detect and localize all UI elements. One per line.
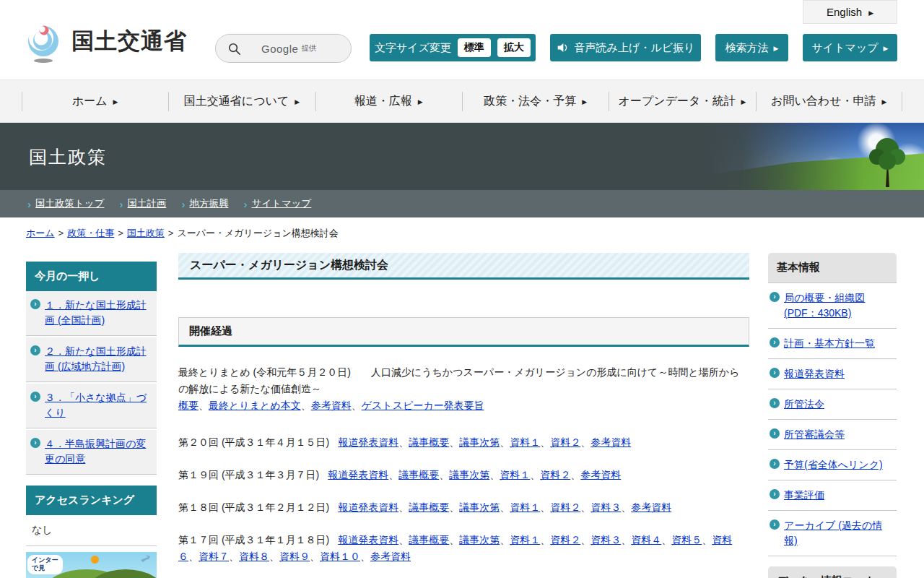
circle-arrow-icon: ›	[30, 299, 40, 309]
page-title: スーパー・メガリージョン構想検討会	[178, 253, 749, 280]
meeting-doc-link[interactable]: 資料１０	[320, 551, 360, 562]
monthly-pick-list: ›１．新たな国土形成計画 (全国計画)›２．新たな国土形成計画 (広域地方計画)…	[26, 291, 157, 475]
meeting-doc-link[interactable]: 報道発表資料	[338, 534, 398, 545]
meeting-doc-link[interactable]: 議事次第	[449, 469, 489, 480]
meeting-doc-link[interactable]: 資料２	[550, 534, 580, 545]
section-nav-link[interactable]: 国土計画	[127, 197, 166, 210]
section-nav-link[interactable]: 地方振興	[189, 197, 228, 210]
meeting-doc-link[interactable]: 資料５	[671, 534, 702, 545]
link-separator: 、	[301, 400, 311, 411]
sitemap-button[interactable]: サイトマップ ▶	[803, 34, 897, 61]
font-size-change-label: 文字サイズ変更	[375, 41, 451, 55]
meeting-doc-link[interactable]: 報道発表資料	[328, 469, 388, 480]
chevron-right-icon: ▶	[774, 45, 779, 52]
link-separator: 、	[580, 534, 590, 545]
basic-info-item: ›アーカイブ (過去の情報)	[768, 511, 897, 556]
english-button[interactable]: English ▶	[803, 0, 897, 24]
global-nav-item[interactable]: 国土交通省について▶	[168, 80, 315, 122]
monthly-pick-link[interactable]: １．新たな国土形成計画 (全国計画)	[45, 299, 147, 326]
section-nav-item[interactable]: ›地方振興	[181, 197, 228, 210]
global-nav-item[interactable]: お問い合わせ・申請▶	[756, 80, 902, 122]
meeting-doc-link[interactable]: 議事概要	[409, 436, 449, 448]
basic-info-item: ›所管審議会等	[768, 420, 897, 450]
meeting-doc-link[interactable]: 議事次第	[459, 534, 500, 545]
breadcrumb-link[interactable]: 政策・仕事	[67, 228, 114, 238]
basic-info-link[interactable]: 報道発表資料	[784, 368, 845, 379]
meeting-doc-link[interactable]: 報道発表資料	[338, 436, 398, 448]
content-area: 今月の一押し ›１．新たな国土形成計画 (全国計画)›２．新たな国土形成計画 (…	[0, 253, 924, 578]
meeting-doc-link[interactable]: 議事次第	[459, 436, 500, 448]
meeting-doc-link[interactable]: 資料１	[510, 501, 540, 513]
site-header: 国土交通省 Google 提供 文字サイズ変更 標準 拡大 音声読み上げ・ルビ振…	[0, 0, 924, 79]
monthly-pick-link[interactable]: ３．「小さな拠点」づくり	[45, 392, 147, 418]
meeting-doc-link[interactable]: 議事概要	[409, 501, 449, 513]
meeting-doc-link[interactable]: 参考資料	[580, 469, 621, 480]
meeting-doc-link[interactable]: 資料９	[279, 551, 310, 562]
chevron-right-icon: ›	[119, 198, 123, 210]
section-nav-item[interactable]: ›国土政策トップ	[27, 197, 104, 210]
site-logo[interactable]: 国土交通省	[25, 19, 187, 64]
section-nav-link[interactable]: 国土政策トップ	[35, 197, 104, 210]
global-nav-item[interactable]: 報道・広報▶	[315, 80, 462, 122]
font-size-standard-button[interactable]: 標準	[458, 38, 491, 57]
breadcrumb-link[interactable]: ホーム	[26, 228, 55, 238]
global-nav-item[interactable]: ホーム▶	[22, 80, 168, 122]
meeting-doc-link[interactable]: 資料１	[510, 534, 540, 545]
basic-info-link[interactable]: 事業評価	[784, 489, 824, 501]
monthly-pick-box: 今月の一押し ›１．新たな国土形成計画 (全国計画)›２．新たな国土形成計画 (…	[26, 262, 157, 475]
meeting-doc-link[interactable]: 議事概要	[409, 534, 449, 545]
basic-info-link[interactable]: 計画・基本方針一覧	[784, 337, 875, 349]
meeting-doc-link[interactable]: 議事概要	[398, 469, 439, 480]
link-separator: 、	[439, 469, 449, 480]
summary-link[interactable]: 概要	[178, 400, 199, 411]
meeting-doc-link[interactable]: 資料２	[550, 436, 580, 448]
link-separator: 、	[229, 551, 239, 562]
meeting-doc-link[interactable]: 資料４	[631, 534, 661, 545]
circle-arrow-icon: ›	[30, 345, 40, 355]
section-nav-item[interactable]: ›サイトマップ	[243, 197, 311, 210]
meeting-doc-link[interactable]: 資料３	[590, 534, 621, 545]
search-method-button[interactable]: 検索方法 ▶	[715, 34, 788, 61]
basic-info-link[interactable]: 所管法令	[784, 398, 824, 410]
font-size-large-button[interactable]: 拡大	[497, 38, 531, 57]
meeting-doc-link[interactable]: 資料８	[239, 551, 269, 562]
global-nav-item[interactable]: 政策・法令・予算▶	[462, 80, 609, 122]
monthly-pick-item: ›１．新たな国土形成計画 (全国計画)	[26, 291, 157, 336]
promo-banner[interactable]: インター で見	[26, 552, 157, 578]
breadcrumb-link[interactable]: 国土政策	[127, 228, 165, 238]
summary-link[interactable]: 参考資料	[311, 400, 352, 411]
basic-info-link[interactable]: 予算(省全体へリンク)	[784, 459, 883, 470]
text-to-speech-button[interactable]: 音声読み上げ・ルビ振り	[550, 34, 701, 61]
banner-text-line1: インター	[32, 556, 58, 564]
basic-info-item: ›報道発表資料	[768, 359, 897, 389]
basic-info-link[interactable]: アーカイブ (過去の情報)	[784, 519, 882, 546]
meeting-doc-link[interactable]: 参考資料	[370, 551, 411, 562]
search-placeholder-brand: Google	[261, 43, 298, 55]
meeting-doc-link[interactable]: 参考資料	[590, 436, 631, 448]
chevron-right-icon: ▶	[113, 98, 118, 105]
left-sidebar: 今月の一押し ›１．新たな国土形成計画 (全国計画)›２．新たな国土形成計画 (…	[26, 262, 157, 578]
meeting-doc-link[interactable]: 資料１	[500, 469, 530, 480]
link-separator: 、	[540, 534, 550, 545]
basic-info-link[interactable]: 所管審議会等	[784, 428, 845, 440]
section-nav-link[interactable]: サイトマップ	[251, 197, 311, 210]
site-search-input[interactable]: Google 提供	[215, 34, 352, 63]
summary-link[interactable]: 最終とりまとめ本文	[209, 400, 301, 411]
meeting-doc-link[interactable]: 資料２	[540, 469, 570, 480]
summary-link[interactable]: ゲストスピーカー発表要旨	[362, 400, 484, 411]
meeting-doc-link[interactable]: 資料２	[550, 501, 580, 513]
meeting-doc-link[interactable]: 資料７	[199, 551, 229, 562]
banner-text-line2: で見	[32, 564, 58, 572]
section-nav-item[interactable]: ›国土計画	[119, 197, 166, 210]
chevron-right-icon: ▶	[884, 45, 889, 52]
meeting-doc-link[interactable]: 資料３	[590, 501, 621, 513]
meeting-doc-link[interactable]: 参考資料	[631, 501, 671, 513]
meeting-doc-link[interactable]: 議事次第	[459, 501, 500, 513]
meeting-doc-link[interactable]: 資料１	[510, 436, 540, 448]
global-nav-item[interactable]: オープンデータ・統計▶	[609, 80, 755, 122]
monthly-pick-link[interactable]: ２．新たな国土形成計画 (広域地方計画)	[45, 345, 147, 372]
monthly-pick-link[interactable]: ４．半島振興計画の変更の同意	[45, 438, 146, 465]
meeting-doc-link[interactable]: 報道発表資料	[338, 501, 398, 513]
basic-info-link[interactable]: 局の概要・組織図 (PDF：430KB)	[784, 292, 865, 319]
font-size-change-button[interactable]: 文字サイズ変更 標準 拡大	[370, 34, 536, 61]
